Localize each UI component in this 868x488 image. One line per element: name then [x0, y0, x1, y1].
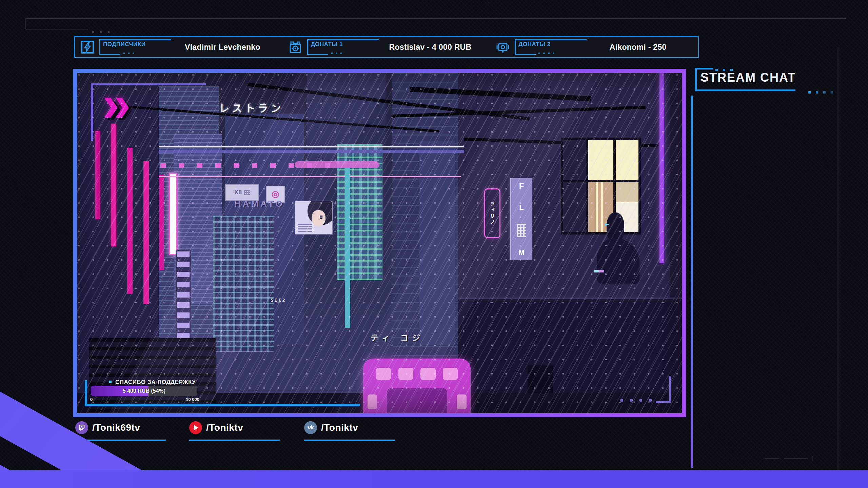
- goal-title: СПАСИБО ЗА ПОДДЕРЖКУ: [115, 379, 196, 386]
- alerts-topbar: ПОДПИСЧИКИ Vladimir Levchenko ДОНАТЫ 1: [74, 36, 699, 58]
- top-decor-line: [25, 18, 846, 19]
- bottom-accent-bar: [0, 470, 868, 488]
- stream-chat-header: STREAM CHAT: [695, 68, 851, 95]
- top-decor-bracket-h: [25, 29, 88, 29]
- chat-bracket-top: [695, 68, 713, 69]
- goal-bracket-bottom: [85, 404, 360, 406]
- donations2-widget: ДОНАТЫ 2 Aikonomi - 250: [490, 37, 698, 57]
- donations1-widget: ДОНАТЫ 1 Rostislav - 4 000 RUB: [283, 37, 491, 57]
- donations1-label: ДОНАТЫ 1: [311, 41, 343, 48]
- latest-donation2: Aikonomi - 250: [587, 43, 698, 52]
- goal-max-label: 10 000: [170, 397, 199, 402]
- goal-min-label: 0: [90, 397, 93, 402]
- donations1-label-frame: ДОНАТЫ 1: [307, 39, 379, 55]
- vk-underline: [304, 440, 395, 441]
- top-decor-bracket-v: [25, 18, 26, 29]
- webcam-gear-icon: [496, 40, 510, 54]
- chat-vertical-line: [691, 96, 693, 468]
- right-faint-line: [837, 47, 839, 470]
- subscribers-widget: ПОДПИСЧИКИ Vladimir Levchenko: [75, 37, 283, 57]
- stream-chat-title: STREAM CHAT: [701, 70, 796, 85]
- twitch-handle: /Tonik69tv: [92, 422, 140, 433]
- corner-greeble: [812, 456, 813, 461]
- corner-greeble: [784, 458, 808, 459]
- chat-underline: [695, 89, 795, 91]
- goal-progress-label: 5 400 RUB (54%): [91, 386, 197, 396]
- stream-video-frame: レストラン K8 ◎ HAMATO 5: [73, 69, 686, 417]
- youtube-icon: [189, 421, 202, 434]
- vignette-overlay: [77, 73, 682, 413]
- latest-donation1: Rostislav - 4 000 RUB: [379, 43, 491, 52]
- vk-icon: vk: [304, 421, 317, 434]
- social-twitch[interactable]: /Tonik69tv: [75, 421, 140, 434]
- top-decor-dots: [92, 28, 116, 34]
- youtube-handle: /Toniktv: [206, 422, 243, 433]
- donations2-label: ДОНАТЫ 2: [518, 41, 550, 48]
- vk-handle: /Toniktv: [321, 422, 358, 433]
- camera-gear-icon: [288, 40, 302, 54]
- chat-bracket-left: [695, 68, 697, 90]
- youtube-underline: [189, 440, 280, 441]
- goal-bracket-left: [85, 380, 87, 406]
- stream-overlay-stage: ПОДПИСЧИКИ Vladimir Levchenko ДОНАТЫ 1: [0, 0, 868, 488]
- subscribers-label-frame: ПОДПИСЧИКИ: [99, 39, 171, 55]
- twitch-icon: [75, 421, 88, 434]
- goal-cyan-dot: [109, 381, 112, 383]
- social-vk[interactable]: vk /Toniktv: [304, 421, 358, 434]
- lightning-square-icon: [80, 40, 95, 54]
- corner-greeble: [765, 458, 780, 459]
- donations2-label-frame: ДОНАТЫ 2: [515, 39, 587, 55]
- pixel-art-scene: レストラン K8 ◎ HAMATO 5: [77, 73, 682, 413]
- chat-dots-right: [808, 89, 838, 95]
- subscribers-label: ПОДПИСЧИКИ: [103, 41, 145, 48]
- donation-goal-widget: СПАСИБО ЗА ПОДДЕРЖКУ 5 400 RUB (54%) 0 1…: [85, 378, 360, 407]
- social-youtube[interactable]: /Toniktv: [189, 421, 243, 434]
- latest-subscriber-name: Vladimir Levchenko: [171, 43, 283, 52]
